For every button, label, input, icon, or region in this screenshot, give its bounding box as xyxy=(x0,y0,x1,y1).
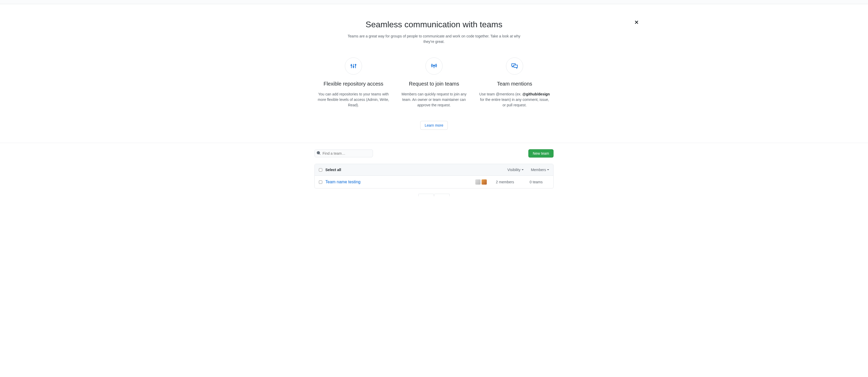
close-button[interactable]: ✕ xyxy=(634,20,639,25)
dropdown-text: Visibility xyxy=(507,168,520,172)
hero-subtitle: Teams are a great way for groups of peop… xyxy=(343,33,525,45)
chevron-down-icon xyxy=(522,169,524,170)
pagination-next[interactable] xyxy=(434,194,450,196)
learn-more-button[interactable]: Learn more xyxy=(420,121,448,130)
avatar[interactable] xyxy=(475,179,480,184)
member-avatars xyxy=(475,179,487,184)
child-teams-count: 0 teams xyxy=(523,180,549,184)
table-header: Select all Visibility Members xyxy=(315,164,553,176)
visibility-dropdown[interactable]: Visibility xyxy=(507,168,523,172)
pagination-prev[interactable] xyxy=(418,194,434,196)
new-team-button[interactable]: New team xyxy=(528,149,554,157)
chevron-down-icon xyxy=(547,169,549,170)
feature-desc: You can add repositories to your teams w… xyxy=(317,91,390,108)
feature-desc: Members can quickly request to join any … xyxy=(398,91,470,108)
org-tab-nav: Repositories People 2 Teams 1 Projects xyxy=(0,0,868,4)
svg-point-6 xyxy=(433,65,435,66)
feature-request-join: Request to join teams Members can quickl… xyxy=(398,57,470,108)
members-dropdown[interactable]: Members xyxy=(531,168,549,172)
table-row: Team name testing 2 members 0 teams xyxy=(315,176,553,188)
search-input[interactable] xyxy=(314,149,373,157)
members-count: 2 members xyxy=(487,180,523,184)
feature-title: Flexible repository access xyxy=(323,81,383,87)
svg-point-4 xyxy=(353,66,354,67)
search-icon xyxy=(316,151,321,156)
dropdown-text: Members xyxy=(531,168,546,172)
select-all-checkbox[interactable] xyxy=(319,168,322,172)
hero-title: Seamless communication with teams xyxy=(229,20,639,29)
pagination xyxy=(418,194,450,196)
teams-table: Select all Visibility Members Team name … xyxy=(314,164,554,188)
svg-point-5 xyxy=(355,64,356,65)
select-all-label: Select all xyxy=(326,168,341,172)
team-name-link[interactable]: Team name testing xyxy=(326,180,361,184)
features-row: Flexible repository access You can add r… xyxy=(229,57,639,108)
feature-team-mentions: Team mentions Use team @mentions (ex. @g… xyxy=(478,57,551,108)
svg-point-3 xyxy=(351,65,352,66)
settings-sliders-icon xyxy=(345,57,362,75)
feature-flexible-access: Flexible repository access You can add r… xyxy=(317,57,390,108)
feature-title: Team mentions xyxy=(497,81,532,87)
teams-toolbar: New team xyxy=(314,149,554,157)
avatar[interactable] xyxy=(482,179,487,184)
broadcast-icon xyxy=(426,57,442,75)
comment-discussion-icon xyxy=(506,57,523,75)
feature-title: Request to join teams xyxy=(409,81,459,87)
row-checkbox[interactable] xyxy=(319,180,322,184)
feature-desc: Use team @mentions (ex. @github/design f… xyxy=(478,91,551,108)
